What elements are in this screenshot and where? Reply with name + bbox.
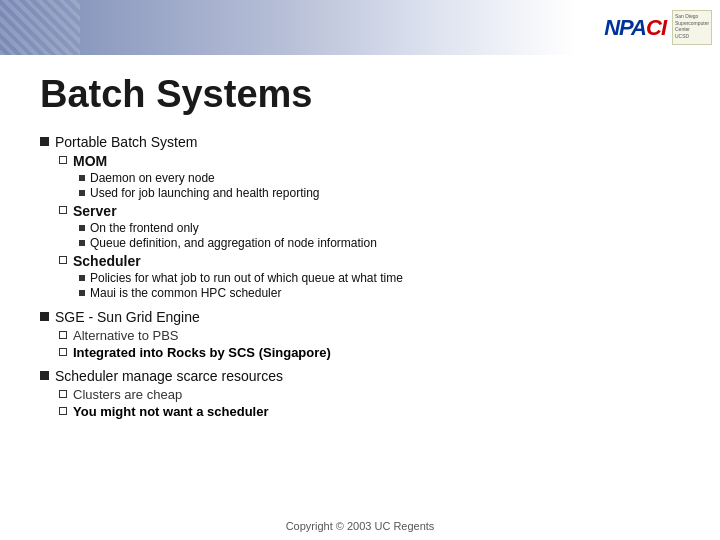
subsub-icon-joblaunch	[79, 190, 85, 196]
sub-list-sge: Alternative to PBS Integrated into Rocks…	[59, 328, 331, 360]
sub-icon-rocks	[59, 348, 67, 356]
sub-icon-alt-pbs	[59, 331, 67, 339]
sub-item-no-scheduler: You might not want a scheduler	[59, 404, 283, 419]
top-bar: NPACI San DiegoSupercomputerCenterUCSD	[0, 0, 720, 55]
sub-icon-server	[59, 206, 67, 214]
subsub-item-maui: Maui is the common HPC scheduler	[79, 286, 403, 300]
main-bullet-list: Portable Batch System MOM Daemon on ever…	[40, 134, 680, 421]
subsub-mom: Daemon on every node Used for job launch…	[79, 171, 320, 200]
subsub-text-joblaunch: Used for job launching and health report…	[90, 186, 320, 200]
subsub-icon-maui	[79, 290, 85, 296]
subsub-text-frontend: On the frontend only	[90, 221, 199, 235]
bullet-label-pbs: Portable Batch System	[55, 134, 197, 150]
subsub-text-policies: Policies for what job to run out of whic…	[90, 271, 403, 285]
sub-item-cheap: Clusters are cheap	[59, 387, 283, 402]
bullet-icon-pbs	[40, 137, 49, 146]
subsub-server: On the frontend only Queue definition, a…	[79, 221, 377, 250]
sub-icon-cheap	[59, 390, 67, 398]
subsub-scheduler: Policies for what job to run out of whic…	[79, 271, 403, 300]
sub-icon-mom	[59, 156, 67, 164]
sub-icon-no-scheduler	[59, 407, 67, 415]
subsub-item-daemon: Daemon on every node	[79, 171, 320, 185]
copyright-text: Copyright © 2003 UC Regents	[286, 520, 435, 532]
subsub-icon-frontend	[79, 225, 85, 231]
bullet-scarce: Scheduler manage scarce resources Cluste…	[40, 368, 680, 421]
sub-text-no-scheduler: You might not want a scheduler	[73, 404, 269, 419]
sub-list-scarce: Clusters are cheap You might not want a …	[59, 387, 283, 419]
sub-label-server: Server	[73, 203, 117, 219]
subsub-item-queue-def: Queue definition, and aggregation of nod…	[79, 236, 377, 250]
sub-text-alt-pbs: Alternative to PBS	[73, 328, 179, 343]
sub-label-mom: MOM	[73, 153, 107, 169]
top-bar-decor	[0, 0, 80, 55]
sub-icon-scheduler	[59, 256, 67, 264]
subsub-icon-policies	[79, 275, 85, 281]
footer: Copyright © 2003 UC Regents	[0, 520, 720, 532]
slide-title: Batch Systems	[40, 73, 680, 116]
bullet-icon-scarce	[40, 371, 49, 380]
subsub-item-joblaunch: Used for job launching and health report…	[79, 186, 320, 200]
subsub-item-frontend: On the frontend only	[79, 221, 377, 235]
bullet-sge: SGE - Sun Grid Engine Alternative to PBS…	[40, 309, 680, 362]
subsub-icon-daemon	[79, 175, 85, 181]
small-badge: San DiegoSupercomputerCenterUCSD	[672, 10, 712, 45]
sub-item-server: Server On the frontend only Queue defini…	[59, 203, 403, 251]
sub-item-alt-pbs: Alternative to PBS	[59, 328, 331, 343]
subsub-text-queue-def: Queue definition, and aggregation of nod…	[90, 236, 377, 250]
sub-item-scheduler: Scheduler Policies for what job to run o…	[59, 253, 403, 301]
sub-item-mom: MOM Daemon on every node Used for job la…	[59, 153, 403, 201]
sub-text-rocks: Integrated into Rocks by SCS (Singapore)	[73, 345, 331, 360]
sub-text-cheap: Clusters are cheap	[73, 387, 182, 402]
subsub-icon-queue-def	[79, 240, 85, 246]
slide-content: Batch Systems Portable Batch System MOM	[0, 55, 720, 515]
bullet-label-scarce: Scheduler manage scarce resources	[55, 368, 283, 384]
subsub-text-daemon: Daemon on every node	[90, 171, 215, 185]
bullet-icon-sge	[40, 312, 49, 321]
bullet-label-sge: SGE - Sun Grid Engine	[55, 309, 200, 325]
sub-label-scheduler: Scheduler	[73, 253, 141, 269]
bullet-pbs: Portable Batch System MOM Daemon on ever…	[40, 134, 680, 303]
sub-item-rocks: Integrated into Rocks by SCS (Singapore)	[59, 345, 331, 360]
sub-list-pbs: MOM Daemon on every node Used for job la…	[59, 153, 403, 301]
subsub-item-policies: Policies for what job to run out of whic…	[79, 271, 403, 285]
npaci-logo: NPACI	[604, 15, 666, 41]
logo-area: NPACI San DiegoSupercomputerCenterUCSD	[604, 10, 720, 45]
subsub-text-maui: Maui is the common HPC scheduler	[90, 286, 281, 300]
